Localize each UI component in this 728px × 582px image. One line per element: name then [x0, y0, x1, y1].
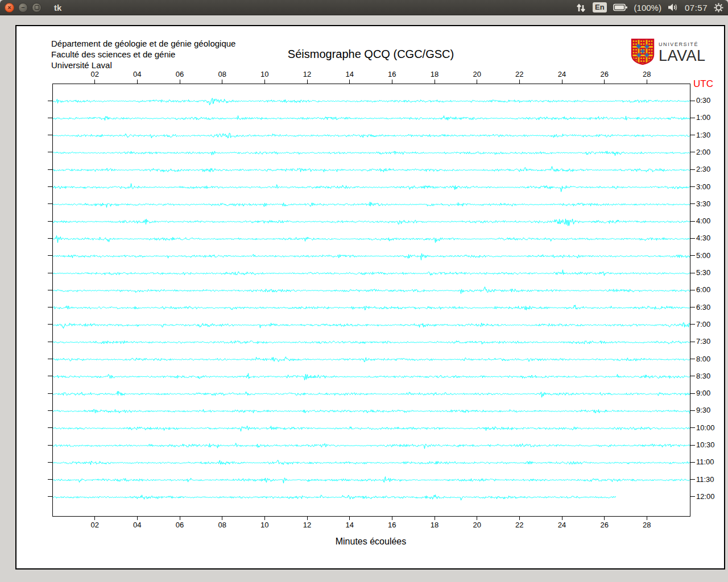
utc-row-label: 7:00 [696, 320, 710, 329]
row-tick-right [690, 410, 695, 411]
x-tick-label-bottom: 04 [127, 521, 147, 529]
x-tick-top [307, 80, 308, 84]
row-tick-right [690, 290, 695, 290]
keyboard-layout-indicator[interactable]: En [593, 2, 607, 13]
seismogram-traces [53, 84, 690, 516]
x-axis-title: Minutes écoulées [52, 537, 689, 547]
window-title: tk [54, 3, 61, 13]
row-tick-left [48, 186, 52, 187]
utc-row-label: 9:00 [696, 389, 710, 397]
row-tick-left [48, 101, 52, 101]
maximize-icon [35, 5, 39, 10]
utc-row-label: 3:30 [696, 199, 710, 208]
x-tick-top [647, 80, 647, 84]
x-tick-label-bottom: 26 [595, 521, 614, 529]
window-maximize-button[interactable] [32, 3, 42, 13]
x-tick-bottom [222, 516, 222, 520]
clock[interactable]: 07:57 [685, 3, 708, 13]
row-tick-left [48, 152, 52, 152]
x-tick-top [264, 80, 265, 84]
utc-row-label: 1:30 [696, 131, 710, 139]
row-tick-left [48, 169, 52, 170]
x-tick-top [435, 80, 435, 84]
utc-row-label: 4:00 [696, 217, 710, 225]
row-tick-right [690, 445, 695, 446]
session-gear-icon[interactable] [714, 3, 723, 13]
row-tick-right [690, 186, 695, 187]
utc-row-label: 8:00 [696, 355, 710, 363]
utc-row-label: 1:00 [696, 113, 710, 122]
row-tick-left [48, 255, 52, 256]
row-tick-right [690, 376, 695, 376]
x-tick-label-bottom: 22 [510, 521, 529, 529]
row-tick-left [48, 496, 52, 497]
window-minimize-button[interactable]: − [18, 3, 28, 13]
volume-icon[interactable] [668, 3, 679, 12]
row-tick-left [48, 410, 52, 411]
x-tick-top [477, 80, 477, 84]
x-tick-bottom [307, 516, 308, 520]
window-titlebar: × − tk En (100%) 07:57 [0, 0, 728, 15]
row-tick-right [690, 118, 695, 118]
x-tick-label-top: 04 [127, 70, 147, 78]
x-tick-bottom [647, 516, 647, 520]
row-tick-right [690, 255, 695, 256]
logo-laval-label: LAVAL [659, 48, 706, 64]
utc-row-label: 11:30 [696, 475, 714, 484]
utc-row-label: 3:00 [696, 182, 710, 191]
x-tick-label-bottom: 28 [637, 521, 656, 529]
x-tick-bottom [604, 516, 605, 520]
logo-universite-label: UNIVERSITÉ [659, 42, 706, 47]
window-controls: × − [5, 3, 42, 13]
x-tick-top [604, 80, 605, 84]
row-tick-left [48, 273, 52, 273]
x-tick-label-bottom: 14 [340, 521, 359, 529]
universite-laval-logo: UNIVERSITÉ LAVAL [631, 40, 706, 66]
x-tick-label-bottom: 08 [213, 521, 232, 529]
utc-row-label: 10:30 [696, 440, 715, 449]
row-tick-left [48, 427, 52, 428]
utc-row-label: 12:00 [696, 492, 715, 501]
x-tick-label-top: 02 [85, 70, 105, 78]
utc-row-label: 11:00 [696, 458, 714, 466]
updown-arrows-icon[interactable] [576, 3, 586, 12]
utc-row-label: 4:30 [696, 234, 710, 242]
row-tick-right [690, 152, 695, 152]
row-tick-left [48, 238, 52, 239]
x-tick-bottom [562, 516, 562, 520]
x-tick-label-top: 12 [297, 70, 317, 78]
x-tick-top [562, 80, 562, 84]
x-tick-label-bottom: 02 [85, 521, 105, 529]
x-tick-bottom [180, 516, 180, 520]
row-tick-left [48, 342, 52, 342]
x-tick-label-bottom: 24 [552, 521, 572, 529]
x-tick-label-bottom: 20 [468, 521, 487, 529]
page-title: Séismographe QCQ (CGC/GSC) [52, 48, 689, 61]
utc-row-label: 5:00 [696, 251, 710, 260]
row-tick-left [48, 445, 52, 446]
x-tick-label-top: 28 [637, 70, 656, 78]
x-tick-label-bottom: 10 [255, 521, 274, 529]
helicorder-plot-area [52, 84, 690, 517]
utc-row-label: 0:30 [696, 96, 710, 105]
window-close-button[interactable]: × [5, 3, 14, 13]
row-tick-left [48, 359, 52, 359]
x-tick-label-top: 24 [552, 70, 572, 78]
seismograph-panel: Département de géologie et de génie géol… [15, 25, 725, 569]
x-tick-top [349, 80, 350, 84]
x-tick-label-bottom: 12 [297, 521, 317, 529]
utc-row-label: 8:30 [696, 372, 710, 380]
x-tick-label-top: 16 [382, 70, 402, 78]
x-tick-label-top: 20 [468, 70, 487, 78]
row-tick-left [48, 376, 52, 376]
x-tick-bottom [392, 516, 392, 520]
battery-icon[interactable] [613, 3, 628, 11]
utc-row-label: 7:30 [696, 337, 710, 346]
row-tick-left [48, 135, 52, 135]
x-tick-label-top: 14 [340, 70, 359, 78]
x-tick-bottom [137, 516, 138, 520]
x-tick-label-top: 06 [170, 70, 189, 78]
x-tick-bottom [349, 516, 350, 520]
x-tick-label-bottom: 16 [382, 521, 402, 529]
utc-axis-label: UTC [693, 78, 713, 90]
